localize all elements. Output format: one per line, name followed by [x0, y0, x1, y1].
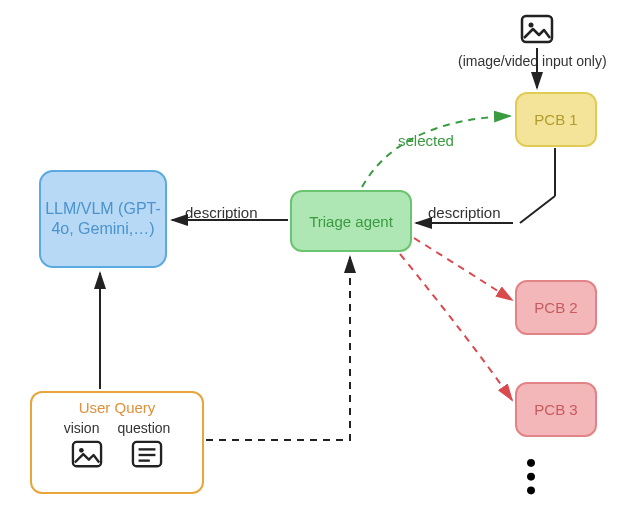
arrow-triage-to-pcb3 [400, 254, 512, 400]
image-icon [71, 440, 103, 473]
llm-vlm-label: LLM/VLM (GPT-4o, Gemini,…) [41, 199, 165, 239]
user-query-question-label: question [117, 420, 170, 436]
pcb-2-box: PCB 2 [515, 280, 597, 335]
selected-label: selected [398, 132, 454, 149]
llm-vlm-box: LLM/VLM (GPT-4o, Gemini,…) [39, 170, 167, 268]
image-input-note: (image/video input only) [458, 53, 607, 69]
ellipsis-icon: ••• [515, 458, 547, 499]
svg-rect-2 [73, 442, 101, 466]
pcb-3-label: PCB 3 [534, 401, 577, 418]
description-label-right: description [428, 204, 501, 221]
user-query-vision-label: vision [64, 420, 100, 436]
triage-agent-box: Triage agent [290, 190, 412, 252]
description-label-left: description [185, 204, 258, 221]
user-query-box: User Query vision question [30, 391, 204, 494]
text-icon [131, 440, 163, 473]
pcb-2-label: PCB 2 [534, 299, 577, 316]
user-query-title: User Query [79, 399, 156, 416]
arrow-triage-to-pcb2 [414, 238, 512, 300]
image-input-icon [520, 14, 554, 50]
svg-rect-0 [522, 16, 552, 42]
pcb-1-label: PCB 1 [534, 111, 577, 128]
svg-point-3 [79, 448, 84, 453]
pcb-1-box: PCB 1 [515, 92, 597, 147]
triage-agent-label: Triage agent [309, 213, 393, 230]
svg-point-1 [529, 23, 534, 28]
arrow-pcb1-down-corner [520, 196, 555, 223]
arrow-userquery-to-triage [206, 257, 350, 440]
pcb-3-box: PCB 3 [515, 382, 597, 437]
arrow-triage-to-pcb1-selected [362, 116, 510, 187]
